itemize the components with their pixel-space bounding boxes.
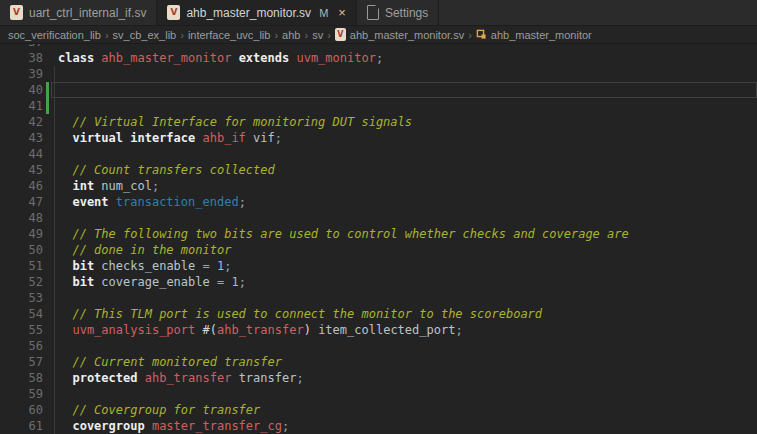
code-token: transaction_ended: [116, 195, 239, 209]
tab-label: ahb_master_monitor.sv: [186, 6, 311, 20]
code-token: num_col: [101, 179, 152, 193]
breadcrumb-separator: ›: [304, 29, 308, 41]
code-text: [43, 210, 757, 226]
code-text: // Covergroup for transfer: [43, 402, 757, 418]
breadcrumb-label: sv_cb_ex_lib: [113, 29, 177, 41]
code-text: [43, 66, 757, 82]
line-number: 41: [0, 98, 43, 114]
code-token: item_collected_port: [311, 323, 456, 337]
line-number: 49: [0, 226, 43, 242]
code-token: ;: [239, 195, 246, 209]
code-line-59: 59: [0, 386, 757, 402]
breadcrumb-item-ahb-master-monitor-sv[interactable]: Vahb_master_monitor.sv: [335, 28, 464, 41]
tab-settings[interactable]: Settings: [357, 0, 439, 25]
code-token: extends: [231, 51, 296, 65]
line-number: 57: [0, 354, 43, 370]
code-token: // Count transfers collected: [58, 163, 275, 177]
line-number: 39: [0, 66, 43, 82]
code-token: // Current monitored transfer: [58, 355, 282, 369]
code-text: protected ahb_transfer transfer;: [43, 370, 757, 386]
current-line-highlight: [51, 82, 757, 98]
tab-bar: Vuart_ctrl_internal_if.svVahb_master_mon…: [0, 0, 757, 26]
code-editor[interactable]: 3738class ahb_master_monitor extends uvm…: [0, 44, 757, 434]
code-text: [43, 146, 757, 162]
git-added-indicator: [46, 98, 49, 114]
breadcrumb-label: ahb_master_monitor: [491, 29, 592, 41]
code-lines: 3738class ahb_master_monitor extends uvm…: [0, 44, 757, 434]
code-token: transfer: [231, 371, 296, 385]
code-text: // Current monitored transfer: [43, 354, 757, 370]
close-icon[interactable]: ×: [338, 6, 346, 19]
sv-file-icon: V: [10, 5, 23, 20]
code-text: event transaction_ended;: [43, 194, 757, 210]
sv-file-icon: V: [167, 5, 180, 20]
tab-label: Settings: [385, 6, 428, 20]
line-number: 38: [0, 50, 43, 66]
code-text: bit coverage_enable = 1;: [43, 274, 757, 290]
code-line-56: 56: [0, 338, 757, 354]
breadcrumb-item-ahb-master-monitor[interactable]: ahb_master_monitor: [476, 29, 592, 41]
line-number: 54: [0, 306, 43, 322]
code-text: virtual interface ahb_if vif;: [43, 130, 757, 146]
breadcrumb-item-ahb[interactable]: ahb: [282, 29, 300, 41]
code-token: bit: [58, 275, 101, 289]
code-line-45: 45 // Count transfers collected: [0, 162, 757, 178]
code-text: covergroup master_transfer_cg;: [43, 418, 757, 434]
code-line-46: 46 int num_col;: [0, 178, 757, 194]
code-line-42: 42 // Virtual Interface for monitoring D…: [0, 114, 757, 130]
code-token: =: [217, 275, 231, 289]
class-symbol-icon: [476, 29, 487, 40]
code-line-44: 44: [0, 146, 757, 162]
breadcrumb-label: ahb: [282, 29, 300, 41]
code-token: vif: [246, 131, 275, 145]
breadcrumb-label: soc_verification_lib: [8, 29, 101, 41]
code-line-54: 54 // This TLM port is used to connect t…: [0, 306, 757, 322]
code-token: ahb_transfer: [217, 323, 304, 337]
code-token: uvm_analysis_port: [58, 323, 195, 337]
git-added-indicator: [46, 82, 49, 98]
code-token: // Virtual Interface for monitoring DUT …: [58, 115, 412, 129]
line-number: 50: [0, 242, 43, 258]
code-line-48: 48: [0, 210, 757, 226]
code-token: event: [58, 195, 116, 209]
code-line-47: 47 event transaction_ended;: [0, 194, 757, 210]
code-line-52: 52 bit coverage_enable = 1;: [0, 274, 757, 290]
tab-label: uart_ctrl_internal_if.sv: [29, 6, 146, 20]
code-token: ;: [455, 323, 462, 337]
code-token: // This TLM port is used to connect the …: [58, 307, 542, 321]
code-text: // Count transfers collected: [43, 162, 757, 178]
code-line-41: 41: [0, 98, 757, 114]
code-token: ;: [296, 371, 303, 385]
line-number: 61: [0, 418, 43, 434]
code-text: [43, 338, 757, 354]
code-token: covergroup: [58, 419, 152, 433]
breadcrumb-item-interface-uvc-lib[interactable]: interface_uvc_lib: [188, 29, 271, 41]
breadcrumb-item-sv[interactable]: sv: [312, 29, 323, 41]
line-number: 60: [0, 402, 43, 418]
breadcrumb-item-soc-verification-lib[interactable]: soc_verification_lib: [8, 29, 101, 41]
code-text: bit checks_enable = 1;: [43, 258, 757, 274]
code-text: // done in the monitor: [43, 242, 757, 258]
code-token: =: [203, 259, 217, 273]
code-line-53: 53: [0, 290, 757, 306]
line-number: 52: [0, 274, 43, 290]
tab-ahb_master_monitor[interactable]: Vahb_master_monitor.svM×: [157, 0, 357, 25]
tab-uart_ctrl_internal_if[interactable]: Vuart_ctrl_internal_if.sv: [0, 0, 157, 25]
breadcrumb-label: interface_uvc_lib: [188, 29, 271, 41]
code-line-50: 50 // done in the monitor: [0, 242, 757, 258]
code-text: // The following two bits are used to co…: [43, 226, 757, 242]
code-token: master_transfer_cg: [152, 419, 282, 433]
code-token: bit: [58, 259, 101, 273]
code-text: // This TLM port is used to connect the …: [43, 306, 757, 322]
breadcrumb-item-sv-cb-ex-lib[interactable]: sv_cb_ex_lib: [113, 29, 177, 41]
line-number: 44: [0, 146, 43, 162]
code-token: 1: [231, 275, 238, 289]
code-line-40: 40: [0, 82, 757, 98]
code-token: int: [58, 179, 101, 193]
code-line-61: 61 covergroup master_transfer_cg;: [0, 418, 757, 434]
code-token: virtual interface: [58, 131, 203, 145]
line-number: 59: [0, 386, 43, 402]
code-token: ;: [275, 131, 282, 145]
code-token: coverage_enable: [101, 275, 217, 289]
code-token: #(: [195, 323, 217, 337]
